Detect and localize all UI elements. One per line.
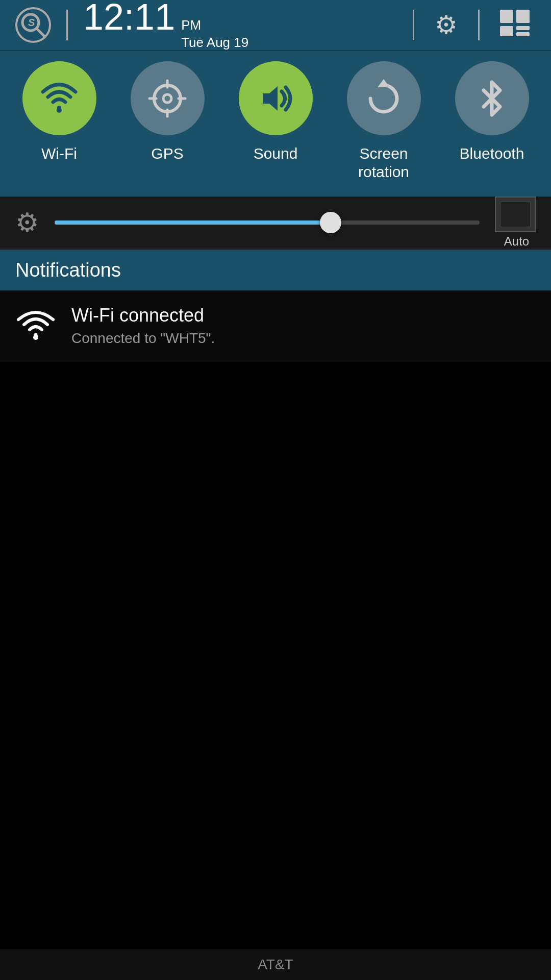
gps-icon	[147, 78, 188, 119]
auto-brightness-btn[interactable]	[495, 197, 536, 232]
toggle-screen-rotation[interactable]: Screenrotation	[335, 61, 432, 181]
status-divider-1	[66, 10, 68, 40]
sound-icon	[255, 78, 296, 119]
svg-marker-15	[263, 86, 278, 111]
gps-label: GPS	[151, 144, 183, 163]
svg-rect-3	[500, 10, 513, 23]
svg-point-9	[154, 85, 181, 112]
notification-wifi-text: Wi-Fi connected Connected to "WHT5".	[71, 305, 536, 347]
notification-wifi-title: Wi-Fi connected	[71, 305, 536, 326]
svg-point-10	[163, 94, 171, 103]
svg-rect-5	[500, 26, 513, 36]
clock-time: 12:11	[83, 0, 175, 35]
svg-rect-7	[516, 32, 530, 36]
svg-text:S: S	[28, 17, 35, 28]
status-divider-2	[413, 10, 414, 40]
carrier-name: AT&T	[258, 957, 293, 973]
settings-icon[interactable]: ⚙	[435, 10, 458, 40]
time-block: 12:11 PM Tue Aug 19	[83, 0, 248, 52]
brightness-thumb[interactable]	[320, 212, 341, 233]
notification-wifi-subtitle: Connected to "WHT5".	[71, 330, 536, 347]
status-bar: S 12:11 PM Tue Aug 19 ⚙	[0, 0, 551, 51]
rest-area	[0, 361, 551, 821]
wifi-label: Wi-Fi	[41, 144, 77, 163]
screen-rotation-circle	[347, 61, 421, 135]
brightness-slider[interactable]	[55, 220, 480, 225]
notifications-header: Notifications	[0, 250, 551, 290]
screen-rotation-label: Screenrotation	[358, 144, 409, 181]
status-divider-3	[478, 10, 480, 40]
sound-circle	[239, 61, 313, 135]
svg-point-8	[57, 108, 62, 113]
notification-item-wifi[interactable]: Wi-Fi connected Connected to "WHT5".	[0, 290, 551, 361]
carrier-bar: AT&T	[0, 949, 551, 980]
ampm: PM	[181, 17, 248, 34]
bluetooth-icon	[471, 78, 512, 119]
wifi-circle	[22, 61, 96, 135]
s-search-icon[interactable]: S	[15, 7, 51, 43]
brightness-fill	[55, 220, 331, 225]
auto-brightness-preview	[500, 202, 531, 227]
notifications-title: Notifications	[15, 259, 121, 281]
gps-circle	[131, 61, 205, 135]
status-bar-right: ⚙	[408, 10, 536, 40]
wifi-icon	[39, 78, 80, 119]
toggle-wifi[interactable]: Wi-Fi	[11, 61, 108, 163]
quick-toggles-panel: Wi-Fi GPS Sound	[0, 51, 551, 197]
auto-brightness-section[interactable]: Auto	[495, 197, 536, 249]
brightness-gear-icon: ⚙	[15, 207, 39, 238]
auto-label: Auto	[504, 234, 529, 249]
status-bar-left: S 12:11 PM Tue Aug 19	[15, 0, 248, 52]
svg-rect-6	[516, 26, 530, 30]
notification-wifi-icon-wrap	[15, 305, 56, 346]
toggle-sound[interactable]: Sound	[227, 61, 324, 163]
svg-rect-4	[516, 10, 530, 23]
brightness-bar: ⚙ Auto	[0, 197, 551, 250]
notification-wifi-icon	[17, 309, 55, 342]
ampm-date: PM Tue Aug 19	[181, 17, 248, 52]
quick-panel-icon[interactable]	[500, 10, 536, 40]
toggle-bluetooth[interactable]: Bluetooth	[443, 61, 540, 163]
sound-label: Sound	[254, 144, 298, 163]
svg-marker-16	[378, 79, 390, 87]
screen-rotation-icon	[363, 78, 404, 119]
toggle-gps[interactable]: GPS	[119, 61, 216, 163]
svg-point-17	[33, 335, 38, 340]
date: Tue Aug 19	[181, 34, 248, 52]
svg-line-1	[37, 29, 45, 37]
bluetooth-label: Bluetooth	[460, 144, 524, 163]
bluetooth-circle	[455, 61, 529, 135]
